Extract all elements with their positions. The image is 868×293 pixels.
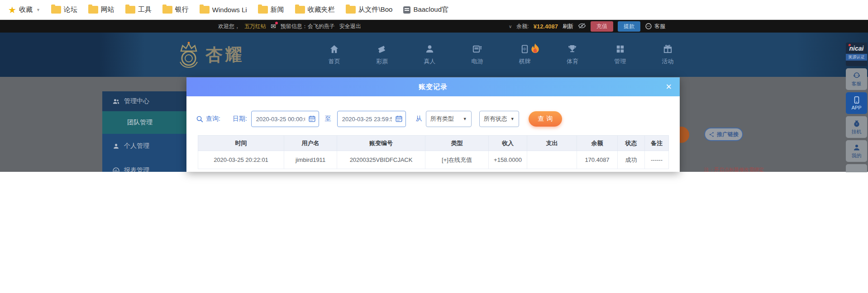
users-icon — [112, 98, 120, 105]
modal-header: 账变记录 × — [186, 77, 680, 96]
sidebar-label: 报表管理 — [124, 166, 149, 172]
nav-item-manage[interactable]: 管理 — [596, 33, 644, 77]
nav-item-egames[interactable]: 电游 — [453, 33, 501, 77]
nav-label: 体育 — [567, 57, 578, 66]
nav-item-promos[interactable]: 活动 — [644, 33, 692, 77]
mail-icon[interactable]: ✉ — [271, 23, 276, 30]
table-header-row: 时间 用户名 账变编号 类型 收入 支出 余额 状态 备注 — [198, 136, 669, 151]
site-logo[interactable]: 杏耀 — [176, 39, 244, 71]
grid-icon — [615, 44, 625, 54]
eye-slash-icon[interactable] — [578, 23, 586, 30]
logout-link[interactable]: 安全退出 — [339, 23, 361, 30]
nav-item-boardgames[interactable]: 中 棋牌 — [501, 33, 548, 77]
bookmark-label: 从文件\Boo — [358, 5, 393, 14]
chevron-down-icon[interactable]: ∨ — [509, 24, 512, 29]
rail-item-app[interactable]: APP — [846, 92, 867, 114]
balance-value: ¥12.4087 — [534, 23, 558, 30]
bookmarks-bar: ★ 收藏 ▼ 论坛 网站 工具 银行 Windows Li 新闻 — [0, 0, 868, 20]
bookmark-label: 收藏夹栏 — [308, 5, 335, 14]
cell-time: 2020-03-25 20:22:01 — [198, 151, 284, 169]
rail-label: APP — [851, 105, 861, 110]
chevron-down-icon: ▼ — [463, 117, 467, 121]
rail-label: 我的 — [852, 152, 862, 159]
username[interactable]: 五万红钻 — [244, 23, 266, 30]
home-icon — [329, 44, 339, 54]
account-bar: 欢迎您， 五万红钻 ✉ 预留信息：会飞的燕子 安全退出 ∨ 余额: ¥12.40… — [0, 20, 868, 33]
rail-item-partial[interactable] — [846, 164, 867, 172]
bookmark-folder-tools[interactable]: 工具 — [125, 5, 152, 14]
bookmark-folder-website[interactable]: 网站 — [88, 5, 114, 14]
admin-sidebar: 管理中心 团队管理 个人管理 报表管理 — [102, 91, 187, 172]
nav-label: 管理 — [614, 57, 626, 66]
col-type: 类型 — [425, 136, 489, 151]
deposit-button[interactable]: 充值 — [591, 21, 613, 32]
user-icon — [112, 142, 120, 150]
close-icon[interactable]: × — [666, 81, 672, 92]
type-filter-select[interactable]: 所有类型 ▼ — [426, 111, 472, 127]
nav-item-lottery[interactable]: 彩票 — [358, 33, 405, 77]
gift-icon — [663, 44, 673, 54]
nav-label: 活动 — [662, 57, 673, 66]
rail-item-service[interactable]: 客服 — [846, 68, 867, 90]
bookmark-label: 收藏 — [19, 5, 33, 14]
bookmark-folder-fromfile[interactable]: 从文件\Boo — [346, 5, 393, 14]
promo-note-text: 注：开启点标题修改需绑定 — [704, 167, 772, 172]
folder-icon — [125, 6, 135, 14]
balance-label: 余额: — [516, 23, 529, 30]
bookmark-folder-bank[interactable]: 银行 — [162, 5, 189, 14]
nav-label: 真人 — [424, 57, 435, 66]
notification-dot — [275, 22, 278, 24]
sidebar-item-admin-center[interactable]: 管理中心 — [102, 91, 187, 111]
calendar-icon[interactable] — [308, 115, 316, 123]
bookmark-folder-news[interactable]: 新闻 — [258, 5, 284, 14]
promo-link-label: 推广链接 — [717, 131, 739, 138]
share-icon — [709, 132, 715, 137]
bookmark-folder-forum[interactable]: 论坛 — [51, 5, 77, 14]
headset-icon — [853, 71, 861, 80]
bookmark-label: Baacloud官 — [413, 5, 448, 14]
money-bag-icon: ¥ — [853, 119, 861, 128]
bookmark-favorites[interactable]: ★ 收藏 ▼ — [8, 5, 40, 14]
customer-service-link[interactable]: 客服 — [645, 23, 665, 30]
promo-link-button[interactable]: 推广链接 — [704, 128, 743, 141]
folder-icon — [162, 6, 172, 14]
cell-balance: 170.4087 — [577, 151, 618, 169]
cell-username: jimbird1911 — [284, 151, 337, 169]
cell-expense — [527, 151, 577, 169]
bookmark-folder-windows[interactable]: Windows Li — [200, 6, 247, 14]
sidebar-item-report-manage[interactable]: 报表管理 — [102, 158, 187, 172]
folder-icon — [346, 6, 356, 14]
col-time: 时间 — [198, 136, 284, 151]
rail-item-hangup[interactable]: ¥ 挂机 — [846, 116, 867, 138]
cell-remark: ------ — [645, 151, 669, 169]
folder-icon — [258, 6, 268, 14]
sidebar-item-personal-manage[interactable]: 个人管理 — [102, 134, 187, 158]
folder-icon — [200, 6, 210, 14]
service-label: 客服 — [654, 23, 665, 30]
rail-item-mine[interactable]: 我的 — [846, 140, 867, 162]
nav-item-home[interactable]: 首页 — [310, 33, 358, 77]
search-submit-button[interactable]: 查询 — [529, 111, 562, 127]
rail-brand-nicai[interactable]: nicai 奖源认证 — [846, 43, 867, 66]
nav-menu: 首页 彩票 真人 电游 中 棋牌 — [310, 33, 692, 77]
bookmark-baacloud[interactable]: Baacloud官 — [403, 5, 448, 14]
nav-item-sports[interactable]: 体育 — [548, 33, 596, 77]
withdraw-button[interactable]: 提款 — [618, 21, 640, 32]
main-navbar: 杏耀 首页 彩票 真人 电游 中 — [0, 33, 868, 77]
account-change-modal: 账变记录 × 查询: 日期: 至 从 所有类型 ▼ — [186, 77, 680, 172]
person-icon — [853, 143, 861, 151]
bookmark-folder-favbar[interactable]: 收藏夹栏 — [295, 5, 335, 14]
calendar-icon[interactable] — [395, 115, 403, 123]
nav-label: 彩票 — [376, 57, 388, 66]
status-filter-select[interactable]: 所有状态 ▼ — [479, 111, 519, 127]
refresh-link[interactable]: 刷新 — [563, 23, 573, 30]
search-form: 查询: 日期: 至 从 所有类型 ▼ 所有状态 ▼ 查询 — [196, 111, 680, 127]
brand-logo-text: nicai — [846, 45, 867, 52]
sidebar-item-team-manage-selected[interactable]: 团队管理 — [102, 111, 187, 134]
svg-text:中: 中 — [523, 47, 527, 52]
nav-item-live[interactable]: 真人 — [406, 33, 453, 77]
type-filter-value: 所有类型 — [430, 115, 454, 123]
cell-status: 成功 — [618, 151, 645, 169]
rail-label: 挂机 — [852, 128, 862, 135]
bookmark-label: 网站 — [101, 5, 114, 14]
